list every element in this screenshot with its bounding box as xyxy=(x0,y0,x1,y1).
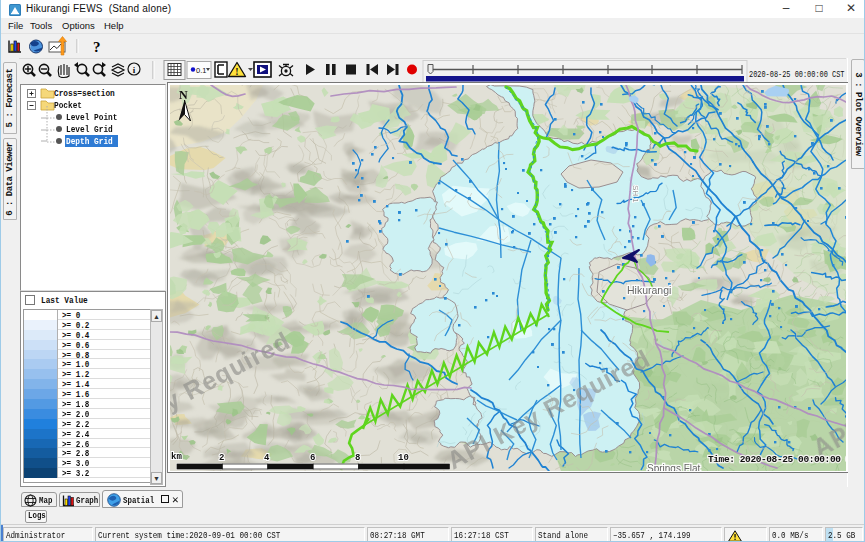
svg-text:2: 2 xyxy=(219,453,224,463)
svg-text:0.1: 0.1 xyxy=(196,66,206,75)
svg-text:SH 1: SH 1 xyxy=(631,185,640,203)
svg-text:?: ? xyxy=(93,39,101,55)
svg-text:8: 8 xyxy=(355,453,360,463)
svg-text:2020-08-25 00:00:00 CST: 2020-08-25 00:00:00 CST xyxy=(749,69,845,79)
svg-text:Hikurangi: Hikurangi xyxy=(627,284,671,296)
svg-text:6: 6 xyxy=(310,453,315,463)
svg-text:N: N xyxy=(179,88,188,102)
svg-text:Time: 2020-08-25 00:00:00 CST: Time: 2020-08-25 00:00:00 CST xyxy=(708,454,846,465)
svg-text:10: 10 xyxy=(398,453,409,463)
svg-text:km: km xyxy=(171,452,182,462)
svg-text:i: i xyxy=(133,65,136,75)
svg-text:4: 4 xyxy=(264,453,270,463)
svg-text:Springs Flat: Springs Flat xyxy=(647,463,701,471)
svg-text:!: ! xyxy=(235,66,238,77)
